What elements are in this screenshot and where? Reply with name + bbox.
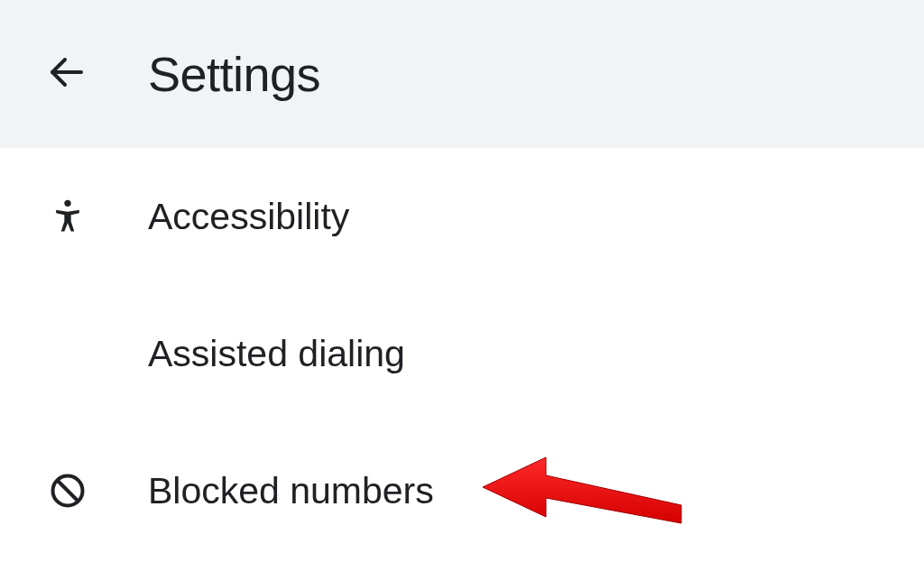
accessibility-icon [43,192,92,241]
svg-point-1 [64,200,70,207]
settings-item-label: Blocked numbers [148,470,434,512]
back-button[interactable] [43,51,90,97]
page-title: Settings [148,46,320,102]
settings-item-label: Assisted dialing [148,333,405,375]
empty-icon [43,329,92,378]
settings-item-assisted-dialing[interactable]: Assisted dialing [0,285,924,422]
settings-list: Accessibility Assisted dialing Blocked n… [0,148,924,559]
block-icon [43,466,92,515]
settings-item-accessibility[interactable]: Accessibility [0,148,924,285]
back-arrow-icon [45,51,88,97]
app-header: Settings [0,0,924,148]
settings-item-label: Accessibility [148,196,349,238]
settings-item-blocked-numbers[interactable]: Blocked numbers [0,422,924,559]
svg-line-3 [57,480,78,501]
